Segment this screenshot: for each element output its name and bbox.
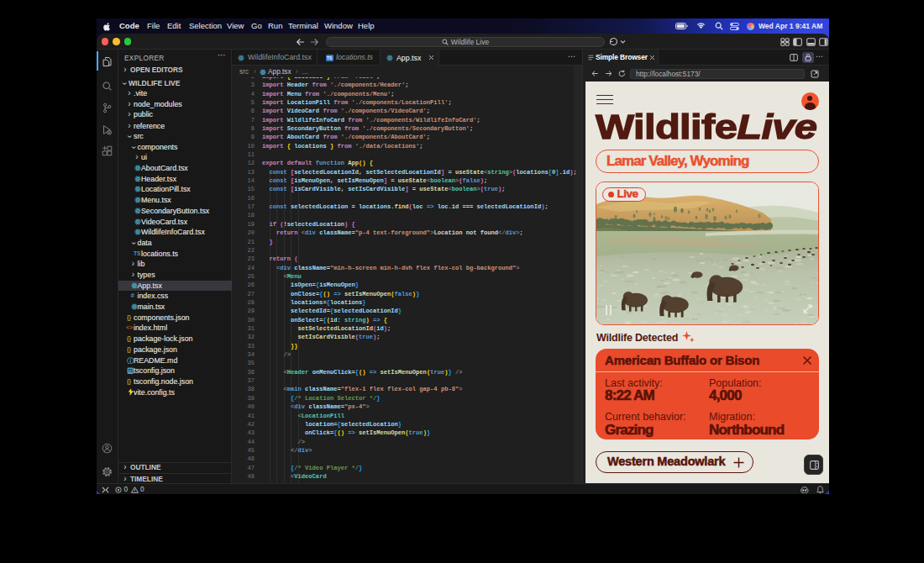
svg-text:TS: TS: [128, 369, 133, 373]
